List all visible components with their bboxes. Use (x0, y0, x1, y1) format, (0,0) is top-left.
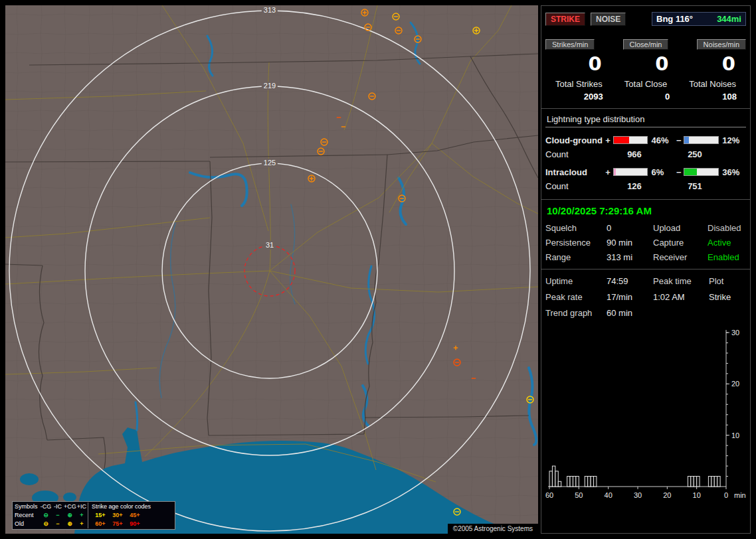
legend-recent-label: Recent (15, 511, 40, 520)
range-ring-label: 125 (262, 159, 278, 167)
cg-positive-pct: 46% (649, 135, 675, 145)
count-label: Count (545, 149, 609, 159)
strikes-per-min-value: 0 (545, 52, 613, 75)
distribution-title: Lightning type distribution (545, 113, 746, 127)
cg-neg-icon: ⊖ (40, 511, 52, 520)
persistence-value: 90 min (607, 238, 653, 248)
legend-age-title: Strike age color codes (88, 502, 173, 511)
svg-text:60: 60 (545, 491, 553, 499)
intracloud-label: Intracloud (545, 167, 604, 177)
age-code-30: 30+ (109, 511, 126, 520)
close-per-min-value: 0 (613, 52, 680, 75)
uptime-label: Uptime (545, 276, 607, 286)
lightning-map[interactable]: Symbols -CG -IC +CG +IC Strike age color… (5, 5, 538, 534)
upload-label: Upload (653, 223, 708, 233)
total-strikes-value: 2093 (545, 92, 613, 102)
svg-text:20: 20 (731, 380, 739, 388)
cg-positive-bar (613, 136, 648, 144)
plus-icon: + (604, 135, 611, 145)
range-ring-label: 31 (264, 241, 276, 250)
total-noises-value: 108 (679, 92, 746, 102)
plot-value: Strike (709, 292, 746, 302)
ic-neg-icon: − (52, 511, 64, 520)
total-noises-label: Total Noises (679, 79, 746, 89)
trend-graph: 3020106050403020100min (545, 319, 746, 518)
age-code-75: 75+ (109, 520, 126, 528)
legend-old-label: Old (15, 520, 40, 528)
ic-neg-icon: − (52, 520, 64, 528)
count-label: Count (545, 181, 609, 191)
legend-col-ic-neg: -IC (52, 502, 64, 511)
range-ring-label: 313 (262, 6, 278, 15)
age-code-90: 90+ (126, 520, 143, 528)
close-per-min-button[interactable]: Close/min (623, 39, 669, 50)
receiver-status: Enabled (708, 252, 746, 262)
bearing-label: Bng 116° (656, 14, 693, 24)
squelch-value: 0 (607, 223, 653, 233)
ic-negative-pct: 36% (720, 167, 746, 177)
copyright-label: ©2005 Astrogenic Systems (448, 524, 538, 534)
minus-icon: − (675, 135, 682, 145)
age-code-15: 15+ (88, 511, 109, 520)
cg-negative-bar (684, 136, 719, 144)
svg-text:0: 0 (724, 491, 728, 499)
strikes-per-min-button[interactable]: Strikes/min (545, 39, 595, 50)
cg-positive-count: 966 (609, 149, 660, 159)
plot-label: Plot (709, 276, 746, 286)
legend-col-cg-neg: -CG (40, 502, 52, 511)
total-close-label: Total Close (613, 79, 680, 89)
svg-text:10: 10 (731, 431, 739, 439)
range-ring-label: 219 (262, 82, 278, 90)
squelch-label: Squelch (545, 223, 607, 233)
ic-positive-pct: 6% (649, 167, 675, 177)
cg-pos-icon: ⊕ (64, 520, 76, 528)
cloud-ground-label: Cloud-ground (545, 135, 604, 145)
app-window: Symbols -CG -IC +CG +IC Strike age color… (0, 0, 756, 539)
svg-text:min: min (734, 491, 746, 499)
bearing-range: 344mi (717, 14, 741, 24)
ic-pos-icon: + (76, 511, 88, 520)
status-section: 10/20/2025 7:29:16 AM Squelch 0 Upload D… (541, 200, 750, 270)
peak-time-label: Peak time (653, 276, 709, 286)
ic-negative-count: 751 (660, 181, 730, 191)
cg-neg-icon: ⊖ (40, 520, 52, 528)
capture-status: Active (708, 238, 746, 248)
legend-col-ic-pos: +IC (76, 502, 88, 511)
total-close-value: 0 (613, 92, 680, 102)
noise-toggle-button[interactable]: NOISE (591, 13, 626, 26)
persistence-label: Persistence (545, 238, 607, 248)
svg-text:10: 10 (693, 491, 701, 499)
capture-label: Capture (653, 238, 708, 248)
bearing-display: Bng 116° 344mi (652, 12, 746, 26)
ic-pos-icon: + (76, 520, 88, 528)
legend-symbols-label: Symbols (15, 502, 40, 511)
svg-text:50: 50 (575, 491, 583, 499)
distribution-section: Lightning type distribution Cloud-ground… (541, 109, 750, 200)
cg-negative-pct: 12% (720, 135, 746, 145)
legend-col-cg-pos: +CG (64, 502, 76, 511)
cg-negative-count: 250 (660, 149, 730, 159)
strike-legend: Symbols -CG -IC +CG +IC Strike age color… (12, 501, 175, 530)
trend-graph-value: 60 min (607, 308, 653, 318)
svg-text:30: 30 (731, 329, 739, 337)
age-code-60: 60+ (88, 520, 109, 528)
svg-text:20: 20 (663, 491, 671, 499)
strike-toggle-button[interactable]: STRIKE (545, 13, 585, 26)
upload-status: Disabled (708, 223, 746, 233)
datetime-display: 10/20/2025 7:29:16 AM (547, 205, 746, 216)
cg-pos-icon: ⊕ (64, 511, 76, 520)
trend-chart-canvas: 3020106050403020100min (545, 327, 754, 506)
range-label: Range (545, 252, 607, 262)
peak-rate-value: 17/min (607, 292, 653, 302)
ic-negative-bar (684, 168, 719, 176)
peak-time-value: 1:02 AM (653, 292, 709, 302)
range-value: 313 mi (607, 252, 653, 262)
total-strikes-label: Total Strikes (545, 79, 613, 89)
age-code-45: 45+ (126, 511, 143, 520)
ic-positive-bar (613, 168, 648, 176)
svg-text:30: 30 (634, 491, 642, 499)
svg-text:40: 40 (605, 491, 613, 499)
trend-graph-label: Trend graph (545, 308, 607, 318)
noises-per-min-button[interactable]: Noises/min (697, 39, 746, 50)
rates-section: STRIKE NOISE Bng 116° 344mi Strikes/min … (541, 6, 750, 109)
